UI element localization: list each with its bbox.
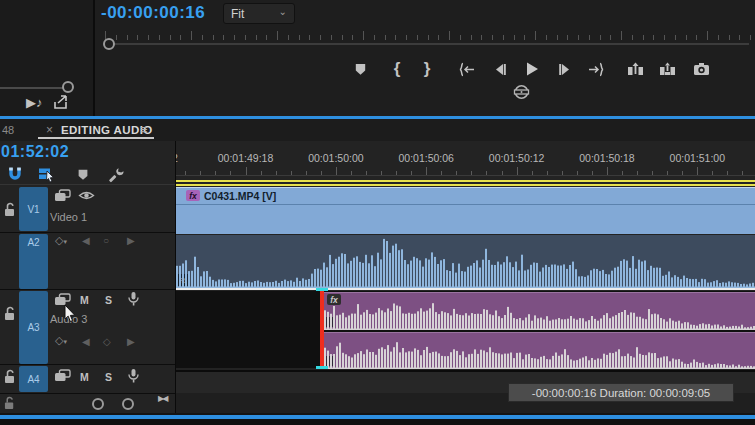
- transport-controls: { }: [95, 57, 755, 83]
- timeline-marker-icon[interactable]: [72, 165, 94, 184]
- a3-next-keyframe-icon[interactable]: ▶: [127, 336, 135, 347]
- a3-prev-keyframe-icon[interactable]: ◀: [82, 336, 90, 347]
- timeline-content: 2 00:01:49:1800:01:50:0000:01:50:0600:01…: [176, 141, 755, 413]
- tab-editing-audio[interactable]: EDITING AUDIO: [61, 124, 153, 136]
- ruler-partial-label: 2: [176, 152, 178, 164]
- active-tab-underline: [38, 137, 154, 139]
- a4-sync-lock-icon[interactable]: [54, 369, 71, 382]
- a2-add-keyframe-icon[interactable]: ◇▾: [55, 234, 67, 247]
- v1-lock-icon[interactable]: [4, 202, 17, 217]
- go-to-in-icon[interactable]: [454, 57, 478, 81]
- audio-clip-a2[interactable]: R: [176, 235, 755, 288]
- audio-waveform: [324, 294, 755, 330]
- tab-close-icon[interactable]: ×: [46, 123, 53, 137]
- ruler-tick-label: 00:01:50:00: [308, 152, 363, 164]
- header-scroll-handle-left[interactable]: [92, 398, 104, 410]
- monitor-timecode[interactable]: -00:00:00:16: [101, 3, 205, 23]
- trim-tick-bottom: [316, 366, 328, 369]
- chevron-down-icon: ⌄: [279, 6, 287, 17]
- timeline-timecode[interactable]: 01:52:02: [1, 143, 69, 161]
- v1-sync-lock-icon[interactable]: [54, 189, 71, 202]
- timeline-toolbar: [0, 165, 176, 184]
- left-panel-corner: ▶♪: [0, 0, 93, 116]
- export-frame-icon[interactable]: [689, 57, 713, 81]
- play-audio-icon[interactable]: ▶♪: [26, 95, 43, 110]
- track-button-v1[interactable]: V1: [19, 187, 48, 231]
- audio-waveform: [176, 235, 755, 288]
- monitor-mini-timeline[interactable]: [105, 28, 753, 40]
- v1-toggle-output-eye-icon[interactable]: [78, 189, 95, 202]
- zoom-level-select[interactable]: Fit ⌄: [223, 3, 295, 24]
- extract-icon[interactable]: [655, 57, 679, 81]
- a2-next-keyframe-icon[interactable]: ▶: [127, 235, 135, 246]
- export-icon[interactable]: [53, 95, 69, 110]
- monitor-zoom-scrollbar[interactable]: [109, 43, 749, 45]
- step-forward-icon[interactable]: [553, 57, 577, 81]
- trim-edge-handle[interactable]: [320, 290, 324, 369]
- go-to-out-icon[interactable]: [585, 57, 609, 81]
- a4-voiceover-mic-icon[interactable]: [126, 368, 141, 384]
- v1-track-name: Video 1: [50, 211, 87, 223]
- a4-mute-button[interactable]: M: [80, 371, 89, 383]
- snap-magnet-icon[interactable]: [4, 165, 26, 184]
- mark-in-icon[interactable]: {: [385, 57, 409, 81]
- a2-prev-keyframe-icon[interactable]: ◀: [82, 235, 90, 246]
- premiere-pro-ui: ▶♪ -00:00:00:16 Fit ⌄ { }: [0, 0, 755, 425]
- a4-solo-button[interactable]: S: [105, 371, 112, 383]
- trim-tick-top: [316, 288, 328, 291]
- left-panel-scroll-handle[interactable]: [62, 81, 74, 93]
- timeline-settings-wrench-icon[interactable]: [106, 165, 128, 184]
- tab-previous-partial[interactable]: 48: [2, 124, 14, 136]
- lift-icon[interactable]: [623, 57, 647, 81]
- play-icon[interactable]: [520, 57, 544, 81]
- a3-keyframe-indicator-icon[interactable]: ◇: [103, 336, 111, 347]
- track-button-a2[interactable]: A2: [19, 234, 48, 289]
- add-marker-icon[interactable]: [348, 57, 372, 81]
- timeline-panel: 01:52:02 V1: [0, 141, 755, 413]
- left-panel-scrollbar[interactable]: [0, 87, 64, 89]
- ruler-tick-label: 00:01:50:12: [489, 152, 544, 164]
- panel-menu-icon[interactable]: ≡: [140, 122, 148, 137]
- audio-waveform: [324, 334, 755, 369]
- a3-add-keyframe-icon[interactable]: ◇▾: [55, 334, 67, 347]
- trim-tooltip: -00:00:00:16 Duration: 00:00:09:05: [508, 383, 734, 402]
- drag-video-icon[interactable]: [513, 84, 530, 100]
- bottom-edge: [0, 419, 755, 425]
- master-track-row: ▶◀: [0, 394, 176, 413]
- a4-lock-icon[interactable]: [4, 369, 17, 384]
- a3-voiceover-mic-icon[interactable]: [126, 291, 141, 307]
- mouse-cursor: [64, 305, 76, 323]
- audio-clip-a3-channel2[interactable]: [324, 332, 755, 369]
- time-ruler[interactable]: 2 00:01:49:1800:01:50:0000:01:50:0600:01…: [176, 141, 755, 176]
- monitor-scroll-handle[interactable]: [103, 38, 115, 50]
- track-button-a3[interactable]: A3: [19, 291, 48, 364]
- program-monitor-footer: -00:00:00:16 Fit ⌄ { }: [95, 0, 755, 116]
- audio-clip-a3-channel1[interactable]: fx: [324, 292, 755, 330]
- header-scroll-handle-right[interactable]: [122, 398, 134, 410]
- video-clip-name: C0431.MP4 [V]: [204, 190, 276, 202]
- a2-selection-border: [176, 288, 755, 290]
- in-out-bar-bottom: [176, 184, 755, 186]
- video-clip-title-bar: fx C0431.MP4 [V]: [176, 188, 755, 205]
- step-back-icon[interactable]: [488, 57, 512, 81]
- track-header-column: 01:52:02 V1: [0, 141, 176, 413]
- ruler-tick-label: 00:01:51:00: [670, 152, 725, 164]
- ruler-tick-label: 00:01:50:18: [579, 152, 634, 164]
- fit-timeline-icon[interactable]: ▶◀: [158, 394, 166, 403]
- a3-lock-icon[interactable]: [4, 306, 17, 321]
- a3-solo-button[interactable]: S: [105, 294, 112, 306]
- a3-mute-button[interactable]: M: [80, 294, 89, 306]
- fx-badge[interactable]: fx: [186, 190, 200, 201]
- ruler-tick-label: 00:01:50:06: [398, 152, 453, 164]
- mark-out-icon[interactable]: }: [415, 57, 439, 81]
- master-lock-icon[interactable]: [4, 396, 16, 410]
- track-button-a4[interactable]: A4: [19, 366, 48, 392]
- ruler-tick-label: 00:01:49:18: [218, 152, 273, 164]
- panel-tab-bar: 48 × EDITING AUDIO ≡: [0, 119, 755, 141]
- a2-keyframe-indicator-icon[interactable]: ○: [103, 235, 109, 246]
- video-clip-c0431[interactable]: fx C0431.MP4 [V]: [176, 187, 755, 234]
- linked-selection-icon[interactable]: [36, 165, 58, 184]
- in-out-bar-top: [176, 180, 755, 182]
